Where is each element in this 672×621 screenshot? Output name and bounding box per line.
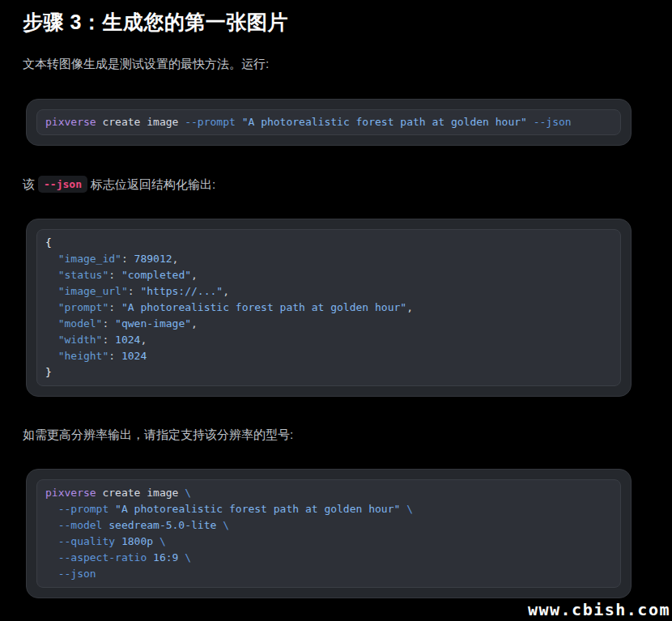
json-flag-text: 该--json标志位返回结构化输出: <box>23 176 632 194</box>
page-title: 步骤 3：生成您的第一张图片 <box>23 8 632 36</box>
resolution-text: 如需更高分辨率输出，请指定支持该分辨率的型号: <box>23 426 632 444</box>
code-quick-command: pixverse create image --prompt "A photor… <box>36 109 621 135</box>
json-flag-suffix: 标志位返回结构化输出: <box>91 177 215 191</box>
code-block-hires-command: pixverse create image \ --prompt "A phot… <box>26 469 632 598</box>
doc-page: 步骤 3：生成您的第一张图片 文本转图像生成是测试设置的最快方法。运行: pix… <box>0 8 672 598</box>
intro-text: 文本转图像生成是测试设置的最快方法。运行: <box>23 55 632 73</box>
inline-code-json-flag: --json <box>38 176 87 193</box>
json-flag-prefix: 该 <box>23 177 35 191</box>
code-block-json-output: { "image_id": 789012, "status": "complet… <box>26 219 632 397</box>
code-block-quick-command: pixverse create image --prompt "A photor… <box>26 99 632 146</box>
watermark: www.cbish.com <box>528 600 670 619</box>
code-hires-command: pixverse create image \ --prompt "A phot… <box>36 479 621 588</box>
code-json-output: { "image_id": 789012, "status": "complet… <box>36 229 621 386</box>
